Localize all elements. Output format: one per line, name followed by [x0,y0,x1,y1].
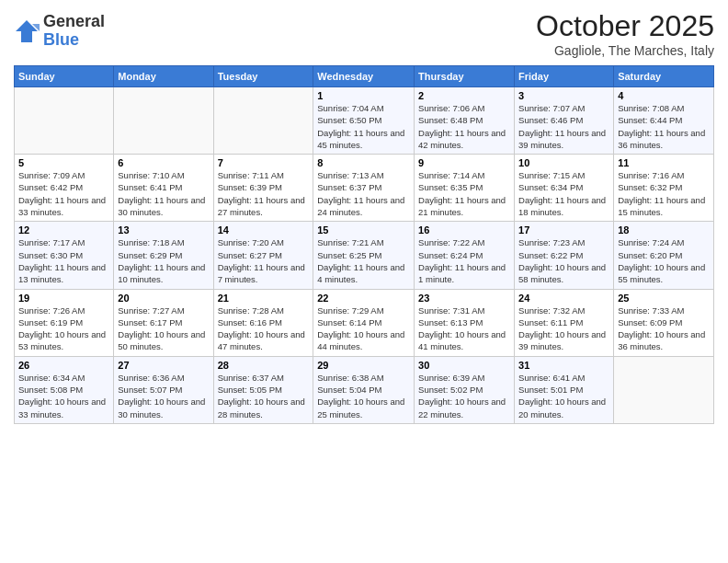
day-cell: 26Sunrise: 6:34 AM Sunset: 5:08 PM Dayli… [15,356,114,423]
calendar-header: SundayMondayTuesdayWednesdayThursdayFrid… [15,66,714,87]
day-cell: 2Sunrise: 7:06 AM Sunset: 6:48 PM Daylig… [415,87,515,155]
day-cell: 14Sunrise: 7:20 AM Sunset: 6:27 PM Dayli… [213,222,313,289]
week-row-0: 1Sunrise: 7:04 AM Sunset: 6:50 PM Daylig… [15,87,714,155]
week-row-4: 26Sunrise: 6:34 AM Sunset: 5:08 PM Dayli… [15,356,714,423]
day-info: Sunrise: 6:37 AM Sunset: 5:05 PM Dayligh… [218,372,310,420]
day-number: 12 [18,224,109,236]
day-cell: 24Sunrise: 7:32 AM Sunset: 6:11 PM Dayli… [515,289,614,356]
day-info: Sunrise: 6:34 AM Sunset: 5:08 PM Dayligh… [18,372,109,420]
day-cell: 25Sunrise: 7:33 AM Sunset: 6:09 PM Dayli… [614,289,714,356]
day-cell: 1Sunrise: 7:04 AM Sunset: 6:50 PM Daylig… [313,87,415,155]
day-cell: 31Sunrise: 6:41 AM Sunset: 5:01 PM Dayli… [515,356,614,423]
day-info: Sunrise: 7:16 AM Sunset: 6:32 PM Dayligh… [618,169,710,218]
page: General Blue October 2025 Gagliole, The … [0,0,728,563]
day-number: 18 [618,224,710,236]
day-number: 28 [218,360,310,371]
day-number: 16 [418,224,510,236]
day-info: Sunrise: 7:22 AM Sunset: 6:24 PM Dayligh… [418,236,510,285]
day-number: 20 [118,293,209,304]
week-row-1: 5Sunrise: 7:09 AM Sunset: 6:42 PM Daylig… [15,155,714,222]
calendar-body: 1Sunrise: 7:04 AM Sunset: 6:50 PM Daylig… [15,87,714,424]
svg-marker-0 [16,20,38,42]
day-info: Sunrise: 7:08 AM Sunset: 6:44 PM Dayligh… [618,102,710,151]
day-number: 13 [118,224,209,236]
day-number: 24 [518,293,609,304]
header-day-saturday: Saturday [614,66,714,87]
header: General Blue October 2025 Gagliole, The … [14,9,714,58]
day-number: 19 [18,293,109,304]
logo-text: General Blue [43,13,105,50]
day-number: 22 [317,293,410,304]
day-cell: 21Sunrise: 7:28 AM Sunset: 6:16 PM Dayli… [213,289,313,356]
day-cell: 30Sunrise: 6:39 AM Sunset: 5:02 PM Dayli… [415,356,515,423]
day-cell [213,87,313,155]
day-cell: 16Sunrise: 7:22 AM Sunset: 6:24 PM Dayli… [415,222,515,289]
day-number: 29 [317,360,410,371]
day-cell: 12Sunrise: 7:17 AM Sunset: 6:30 PM Dayli… [15,222,114,289]
logo-icon [14,18,40,44]
header-day-tuesday: Tuesday [213,66,313,87]
header-row: SundayMondayTuesdayWednesdayThursdayFrid… [15,66,714,87]
day-info: Sunrise: 7:28 AM Sunset: 6:16 PM Dayligh… [218,304,310,353]
week-row-3: 19Sunrise: 7:26 AM Sunset: 6:19 PM Dayli… [15,289,714,356]
day-number: 3 [518,90,609,101]
day-info: Sunrise: 7:23 AM Sunset: 6:22 PM Dayligh… [518,236,609,285]
day-info: Sunrise: 6:39 AM Sunset: 5:02 PM Dayligh… [418,372,510,420]
location: Gagliole, The Marches, Italy [536,43,714,58]
day-info: Sunrise: 7:26 AM Sunset: 6:19 PM Dayligh… [18,304,109,353]
header-day-wednesday: Wednesday [313,66,415,87]
logo-blue: Blue [43,31,105,50]
logo-general: General [43,13,105,31]
day-info: Sunrise: 7:04 AM Sunset: 6:50 PM Dayligh… [317,102,410,151]
day-number: 9 [418,157,510,168]
day-info: Sunrise: 7:29 AM Sunset: 6:14 PM Dayligh… [317,304,410,353]
day-number: 17 [518,224,609,236]
day-info: Sunrise: 7:31 AM Sunset: 6:13 PM Dayligh… [418,304,510,353]
day-cell [114,87,213,155]
day-cell: 11Sunrise: 7:16 AM Sunset: 6:32 PM Dayli… [614,155,714,222]
day-info: Sunrise: 6:41 AM Sunset: 5:01 PM Dayligh… [518,372,609,420]
day-info: Sunrise: 7:27 AM Sunset: 6:17 PM Dayligh… [118,304,209,353]
day-cell: 27Sunrise: 6:36 AM Sunset: 5:07 PM Dayli… [114,356,213,423]
logo: General Blue [14,13,105,50]
header-day-monday: Monday [114,66,213,87]
day-cell: 10Sunrise: 7:15 AM Sunset: 6:34 PM Dayli… [515,155,614,222]
day-number: 25 [618,293,710,304]
day-cell: 23Sunrise: 7:31 AM Sunset: 6:13 PM Dayli… [415,289,515,356]
week-row-2: 12Sunrise: 7:17 AM Sunset: 6:30 PM Dayli… [15,222,714,289]
day-info: Sunrise: 7:18 AM Sunset: 6:29 PM Dayligh… [118,236,209,285]
day-info: Sunrise: 6:36 AM Sunset: 5:07 PM Dayligh… [118,372,209,420]
day-cell: 28Sunrise: 6:37 AM Sunset: 5:05 PM Dayli… [213,356,313,423]
day-number: 31 [518,360,609,371]
day-cell: 15Sunrise: 7:21 AM Sunset: 6:25 PM Dayli… [313,222,415,289]
day-number: 6 [118,157,209,168]
day-cell: 5Sunrise: 7:09 AM Sunset: 6:42 PM Daylig… [15,155,114,222]
day-number: 15 [317,224,410,236]
day-info: Sunrise: 7:17 AM Sunset: 6:30 PM Dayligh… [18,236,109,285]
day-cell: 13Sunrise: 7:18 AM Sunset: 6:29 PM Dayli… [114,222,213,289]
day-cell: 19Sunrise: 7:26 AM Sunset: 6:19 PM Dayli… [15,289,114,356]
day-number: 7 [218,157,310,168]
header-day-thursday: Thursday [415,66,515,87]
day-number: 14 [218,224,310,236]
day-info: Sunrise: 7:11 AM Sunset: 6:39 PM Dayligh… [218,169,310,218]
day-cell: 20Sunrise: 7:27 AM Sunset: 6:17 PM Dayli… [114,289,213,356]
day-cell [614,356,714,423]
day-number: 10 [518,157,609,168]
day-cell: 17Sunrise: 7:23 AM Sunset: 6:22 PM Dayli… [515,222,614,289]
header-day-sunday: Sunday [15,66,114,87]
day-number: 30 [418,360,510,371]
day-number: 11 [618,157,710,168]
day-info: Sunrise: 7:24 AM Sunset: 6:20 PM Dayligh… [618,236,710,285]
header-day-friday: Friday [515,66,614,87]
day-cell: 4Sunrise: 7:08 AM Sunset: 6:44 PM Daylig… [614,87,714,155]
title-block: October 2025 Gagliole, The Marches, Ital… [536,9,714,58]
calendar: SundayMondayTuesdayWednesdayThursdayFrid… [14,65,714,424]
day-number: 5 [18,157,109,168]
day-number: 4 [618,90,710,101]
day-cell: 9Sunrise: 7:14 AM Sunset: 6:35 PM Daylig… [415,155,515,222]
day-info: Sunrise: 7:14 AM Sunset: 6:35 PM Dayligh… [418,169,510,218]
day-info: Sunrise: 7:15 AM Sunset: 6:34 PM Dayligh… [518,169,609,218]
day-cell: 6Sunrise: 7:10 AM Sunset: 6:41 PM Daylig… [114,155,213,222]
day-number: 8 [317,157,410,168]
